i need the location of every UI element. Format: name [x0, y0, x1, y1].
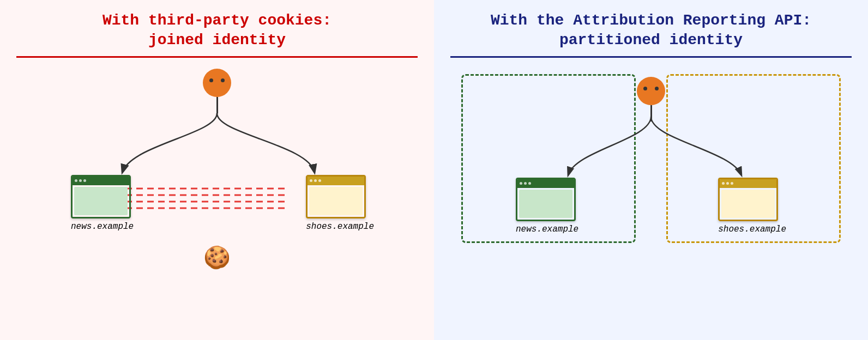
rdot1 [520, 182, 522, 185]
left-diagram: news.example shoes.example 🍪 [16, 69, 418, 276]
left-news-browser: news.example [71, 175, 134, 232]
right-shoes-label: shoes.example [718, 224, 786, 234]
right-shoes-toolbar [720, 179, 776, 188]
left-divider [16, 56, 418, 58]
left-shoes-browser: shoes.example [306, 175, 374, 232]
dot3 [83, 179, 86, 182]
left-title-line1: With third-party cookies: [103, 12, 331, 29]
right-person-head [637, 77, 665, 105]
left-shoes-label: shoes.example [306, 222, 374, 232]
left-news-label: news.example [71, 222, 134, 232]
left-news-browser-window [71, 175, 131, 218]
left-person [203, 69, 231, 113]
rdot5 [726, 182, 729, 185]
right-news-browser: news.example [516, 178, 578, 234]
left-news-toolbar [73, 177, 129, 185]
right-title-line2: partitioned identity [559, 32, 743, 48]
right-panel: With the Attribution Reporting API: part… [434, 0, 868, 340]
right-person [637, 77, 665, 122]
left-title-line2: joined identity [148, 32, 286, 48]
left-shoes-toolbar [308, 177, 364, 185]
left-panel-title: With third-party cookies: joined identit… [103, 11, 331, 51]
right-shoes-content [721, 190, 775, 218]
right-shoes-browser: shoes.example [718, 178, 786, 234]
dot2 [79, 179, 82, 182]
rdot2 [524, 182, 527, 185]
right-panel-title: With the Attribution Reporting API: part… [491, 11, 811, 51]
right-news-label: news.example [516, 224, 578, 234]
right-news-toolbar [517, 179, 574, 188]
right-news-browser-window [516, 178, 576, 221]
right-divider [450, 56, 852, 58]
dot5 [314, 179, 317, 182]
red-dashed-connection [125, 183, 289, 216]
left-panel: With third-party cookies: joined identit… [0, 0, 434, 340]
right-news-content [519, 190, 572, 218]
dot1 [75, 179, 77, 182]
left-shoes-browser-window [306, 175, 366, 218]
left-news-content [74, 187, 128, 215]
rdot4 [722, 182, 725, 185]
rdot3 [528, 182, 531, 185]
left-person-body [216, 97, 218, 113]
left-shoes-content [309, 187, 363, 215]
right-title-line1: With the Attribution Reporting API: [491, 12, 811, 29]
left-person-head [203, 69, 231, 97]
cookie-icon: 🍪 [203, 245, 231, 270]
dot6 [318, 179, 321, 182]
dot4 [310, 179, 312, 182]
right-diagram: news.example shoes.example [450, 69, 852, 276]
rdot6 [731, 182, 733, 185]
right-person-body [650, 105, 652, 122]
right-shoes-browser-window [718, 178, 778, 221]
